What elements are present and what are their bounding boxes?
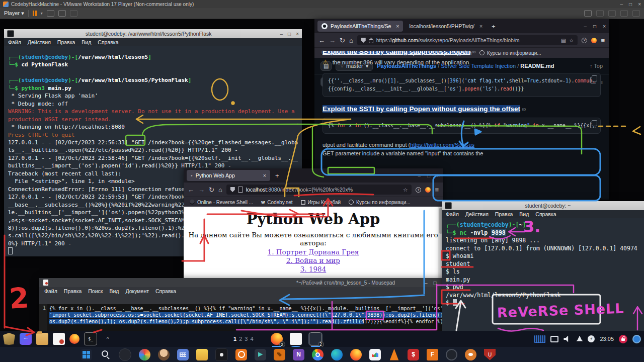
sound-device-icon[interactable] (596, 10, 604, 17)
minimize-button[interactable]: – (418, 173, 421, 178)
menu-item[interactable]: Файл (446, 211, 459, 217)
tracking-shield-icon[interactable] (361, 38, 366, 43)
book-icon[interactable] (427, 349, 438, 360)
terminal1-menubar[interactable]: ФайлДействияПравкаВидСправка (4, 38, 302, 46)
maximize-button[interactable]: □ (427, 173, 430, 178)
copy-icon[interactable] (590, 122, 596, 128)
close-button[interactable]: × (437, 173, 440, 178)
window-list-icon[interactable] (550, 336, 558, 342)
display-device-icon[interactable] (632, 10, 640, 17)
vmware-titlebar[interactable]: CodebyHackMachine - VMware Workstation 1… (0, 0, 644, 8)
player-menu[interactable]: Player ▾ (4, 10, 24, 17)
tab-payloadsallthethings[interactable]: PayloadsAllTheThings/Se× (317, 21, 403, 32)
bookmark-star-icon[interactable]: ☆ (569, 37, 574, 43)
maximize-button[interactable]: □ (288, 31, 291, 37)
terminal-icon[interactable]: 2 (309, 332, 322, 345)
menu-item[interactable]: Справка (535, 211, 556, 217)
book-link-3[interactable]: 3. 1984 (184, 265, 443, 273)
ublock-icon[interactable] (484, 349, 496, 360)
firefox-sm-icon[interactable] (69, 334, 79, 344)
twitter-link[interactable]: https://twitter.com/SecGus (410, 142, 474, 148)
person-icon[interactable] (158, 349, 170, 360)
kali-icon[interactable] (3, 333, 15, 345)
tools-icon[interactable] (274, 349, 285, 360)
menu-item[interactable]: Вид (82, 39, 91, 45)
new-tab-button[interactable]: + (489, 23, 499, 30)
usb-device-icon[interactable] (620, 10, 628, 17)
media-icon[interactable] (139, 349, 150, 360)
menu-item[interactable]: 4 (250, 336, 253, 342)
mousepad-icon[interactable] (290, 333, 302, 345)
tab-localhost-phptwig[interactable]: localhost/lesson5/PHPTwig/× (405, 21, 487, 32)
menu-item[interactable]: Действия (28, 39, 51, 45)
onenote-icon[interactable] (293, 349, 304, 360)
power-icon[interactable]: ⚡ (588, 335, 595, 342)
minimize-button[interactable]: – (280, 31, 283, 37)
url-bar[interactable]: https://github.com/swisskyrepo/PayloadsA… (357, 35, 578, 45)
terminal-icon[interactable] (84, 332, 97, 345)
bookmark-courses[interactable]: Курсы по информаци... (349, 200, 411, 205)
back-icon[interactable]: ← (188, 186, 194, 194)
book-link-1[interactable]: 1. Портрет Дориана Грея (184, 248, 443, 256)
terminal2-titlebar[interactable]: student@codeby: ~ (442, 201, 644, 210)
files-icon[interactable] (36, 333, 48, 345)
lens-icon[interactable] (446, 349, 457, 360)
bookmark-star-icon[interactable]: ☆ (403, 187, 408, 193)
terminal1-titlebar[interactable]: student@codeby: /var/www/html/lesson5/Py… (4, 29, 302, 38)
home-icon[interactable]: ⌂ (218, 186, 222, 194)
menu-icon[interactable]: ≡ (601, 37, 605, 44)
network-icon[interactable] (632, 335, 641, 343)
clockapp-icon[interactable] (235, 349, 247, 360)
pocket-icon[interactable]: ∨ (416, 187, 421, 193)
close-button[interactable]: × (603, 24, 606, 29)
menu-item[interactable]: Вид (519, 211, 529, 217)
minimize-button[interactable]: – (425, 280, 428, 286)
copy-icon[interactable] (590, 77, 596, 83)
tab-close-icon[interactable]: × (396, 23, 399, 29)
explorer-icon[interactable] (196, 349, 208, 360)
reload-icon[interactable]: ↻ (340, 37, 345, 44)
carrot-icon[interactable] (388, 349, 400, 360)
dollar-icon[interactable] (408, 349, 419, 360)
workspace-switcher[interactable]: 1234 (233, 336, 254, 342)
vm-minimize-button[interactable]: – (620, 2, 623, 7)
book-link-2[interactable]: 2. Война и мир (184, 256, 443, 264)
chrome-icon[interactable] (312, 349, 324, 360)
stats-icon[interactable] (369, 349, 381, 360)
obsidian-icon[interactable] (215, 348, 228, 361)
maximize-button[interactable]: □ (434, 280, 437, 286)
mousepad-icon[interactable] (53, 333, 65, 345)
close-button[interactable]: × (296, 31, 299, 37)
bookmark-reverse-shell[interactable]: Online - Reverse Shell ... (190, 200, 253, 205)
extension-icon[interactable] (425, 187, 431, 193)
search-icon[interactable] (100, 349, 111, 360)
new-tab-button[interactable]: + (272, 172, 282, 179)
menu-item[interactable]: Правка (57, 39, 75, 45)
devices-icon[interactable] (584, 10, 592, 17)
home-icon[interactable]: ⌂ (349, 37, 353, 44)
maximize-button[interactable]: □ (593, 24, 596, 29)
firefox-icon[interactable] (350, 349, 362, 360)
anchor-link-icon[interactable]: ∞ (522, 106, 526, 112)
tab-close-icon[interactable]: × (263, 172, 266, 178)
start-icon[interactable] (80, 349, 92, 360)
fullscreen-icon[interactable] (58, 10, 66, 17)
pocket-icon[interactable]: ∨ (582, 38, 587, 43)
firefox-icon[interactable]: 2 (271, 333, 283, 345)
cpu-graph-icon[interactable] (534, 335, 545, 343)
menu-item[interactable]: 2 (239, 336, 242, 342)
network-device-icon[interactable] (608, 10, 616, 17)
caret-icon[interactable] (102, 333, 114, 345)
send-ctrl-alt-del-icon[interactable] (47, 10, 54, 17)
blender-icon[interactable] (465, 349, 476, 360)
extension-icon[interactable] (591, 38, 597, 43)
url-bar[interactable]: localhost:8080/index?book={%%20for%20x% … (226, 185, 412, 195)
menu-item[interactable]: Файл (8, 39, 21, 45)
volume-icon[interactable] (564, 336, 571, 342)
pause-button[interactable] (33, 11, 37, 16)
clock[interactable]: 23:05 (600, 336, 614, 342)
bookmark-codeby[interactable]: wCodeby.net (261, 200, 292, 205)
anchor-link-icon[interactable]: ∞ (472, 51, 476, 55)
back-icon[interactable]: ← (318, 37, 325, 44)
tracking-shield-icon[interactable] (230, 187, 235, 192)
